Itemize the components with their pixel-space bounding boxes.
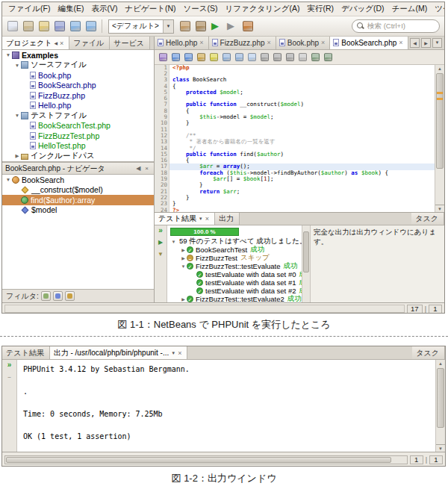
tab-test-results[interactable]: テスト結果 ▼ ×: [155, 213, 215, 225]
test-tree-item[interactable]: ✓testEvaluate with data set #2成功(0.0 秒): [169, 287, 302, 295]
show-fields-button[interactable]: [53, 291, 63, 301]
close-icon[interactable]: ×: [199, 39, 203, 46]
line-number[interactable]: 6: [155, 96, 169, 102]
scroll-down-icon[interactable]: ▼: [436, 444, 445, 452]
profile-project-button[interactable]: [240, 19, 255, 34]
menu-item[interactable]: 編集(E): [54, 3, 87, 15]
tab-output[interactable]: 出力: [215, 213, 240, 225]
line-number[interactable]: 7: [155, 102, 169, 108]
expand-icon[interactable]: ▶: [180, 255, 187, 261]
close-icon[interactable]: ×: [60, 40, 63, 47]
code-line[interactable]: 11: [155, 127, 435, 133]
scrollbar-thumb[interactable]: [436, 73, 444, 169]
menu-item[interactable]: ソース(S): [179, 3, 221, 15]
project-tree-item[interactable]: HelloTest.php: [2, 141, 154, 152]
rerun-failed-icon[interactable]: ▶: [158, 239, 163, 246]
scroll-down-icon[interactable]: ▼: [435, 205, 444, 212]
run-project-button[interactable]: ▶: [209, 19, 224, 34]
line-number[interactable]: 24: [155, 208, 169, 212]
expand-icon[interactable]: ▶: [180, 247, 187, 252]
test-tree-item[interactable]: ▼59 件のテストはすべて 成功しました。(0.029 秒): [169, 237, 302, 246]
navigator-item[interactable]: ▼BookSearch: [2, 175, 154, 185]
undo-button[interactable]: [68, 19, 83, 34]
test-tree-scrollbar[interactable]: [302, 225, 310, 302]
navigator-item[interactable]: $model: [2, 205, 154, 216]
menu-item[interactable]: リファクタリング(A): [221, 3, 303, 15]
close-icon[interactable]: ×: [399, 39, 402, 46]
scrollbar-thumb[interactable]: [6, 457, 391, 463]
clean-build-button[interactable]: [193, 19, 208, 34]
output-scrollbar[interactable]: ▲ ▼: [435, 360, 445, 452]
test-tree-item[interactable]: ▶✓BookSearchTest成功: [169, 246, 302, 254]
chevron-down-icon[interactable]: ▼: [171, 351, 175, 355]
rerun-icon[interactable]: »: [7, 361, 12, 369]
project-tree-item[interactable]: ▶インクルードパス: [2, 151, 154, 161]
scrollbar-thumb[interactable]: [437, 368, 444, 428]
close-icon[interactable]: ×: [143, 165, 151, 172]
line-number[interactable]: 2: [155, 71, 169, 77]
tab-explorer[interactable]: ファイル: [69, 37, 110, 49]
clear-output-icon[interactable]: –: [7, 373, 10, 381]
project-tree-item[interactable]: ▼ソースファイル: [2, 60, 154, 71]
code-line[interactable]: 15 public function find($author): [155, 152, 435, 158]
scroll-up-icon[interactable]: ▲: [436, 360, 445, 367]
open-project-button[interactable]: [37, 19, 52, 34]
build-project-button[interactable]: [178, 19, 193, 34]
tab-explorer[interactable]: サービス: [110, 37, 150, 49]
project-tree-item[interactable]: FizzBuzzTest.php: [2, 131, 154, 141]
collapse-icon[interactable]: ▼: [170, 240, 177, 244]
editor-tab[interactable]: Hello.php×: [155, 37, 209, 49]
uncomment-button[interactable]: [297, 52, 308, 63]
close-icon[interactable]: ×: [321, 39, 325, 46]
error-stripe-mark[interactable]: [437, 92, 443, 94]
code-line[interactable]: 13 * 著者名から書籍名の一覧を返す: [155, 139, 435, 145]
find-selection-button[interactable]: [196, 52, 207, 63]
test-tree-item[interactable]: ▶✓FizzBuzzTest::testEvaluate2成功: [169, 295, 302, 302]
quick-search-input[interactable]: 検索 (Ctrl+I): [352, 19, 440, 33]
previous-usage-button[interactable]: [259, 52, 270, 63]
collapse-icon[interactable]: ▼: [4, 177, 12, 182]
project-tree-item[interactable]: Hello.php: [2, 101, 154, 111]
redo-button[interactable]: [84, 19, 99, 34]
code-line[interactable]: 1<?php: [155, 65, 435, 71]
error-stripe-mark[interactable]: [437, 98, 443, 100]
code-line[interactable]: 24?>: [155, 208, 435, 212]
back-button[interactable]: [170, 52, 181, 63]
project-tree-item[interactable]: ▼テストファイル: [2, 110, 154, 121]
project-tree-item[interactable]: Book.php: [2, 70, 154, 81]
show-inherited-button[interactable]: [41, 291, 51, 301]
test-tree-item[interactable]: ✓testEvaluate with data set #0成功(0.0 秒): [169, 270, 302, 278]
next-usage-button[interactable]: [272, 52, 283, 63]
menu-item[interactable]: 表示(V): [87, 3, 121, 15]
code-line[interactable]: 7 public function __construct($model): [155, 102, 435, 108]
tab-tasks[interactable]: タスク: [411, 213, 444, 225]
test-tree-item[interactable]: ✓testEvaluate with data set #1成功(0.0 秒): [169, 278, 302, 287]
line-number[interactable]: 1: [155, 65, 169, 71]
highlight-occurrences-button[interactable]: [208, 52, 220, 63]
last-edit-button[interactable]: [158, 52, 169, 63]
project-tree-item[interactable]: BookSearchTest.php: [2, 121, 154, 131]
scrollbar-thumb[interactable]: [303, 231, 309, 272]
expand-icon[interactable]: ▶: [180, 296, 187, 302]
toggle-bookmark-button[interactable]: [246, 52, 258, 63]
config-combo[interactable]: <デフォルト> ▼: [108, 19, 174, 34]
collapse-icon[interactable]: ▼: [180, 264, 187, 269]
close-icon[interactable]: ×: [205, 215, 209, 222]
close-icon[interactable]: ×: [178, 349, 181, 357]
tab-output[interactable]: 出力 - /usr/local/php/bin/phpunit -... ▼ ×: [50, 346, 188, 359]
code-editor[interactable]: 1<?php23class BookSearch4{5 protected $m…: [155, 65, 444, 212]
debug-project-button[interactable]: ▶: [225, 19, 240, 34]
navigator-item[interactable]: find($author):array: [2, 195, 154, 205]
scroll-tabs-right-icon[interactable]: ▶: [421, 38, 431, 48]
project-tree-item[interactable]: BookSearch.php: [2, 81, 154, 91]
previous-bookmark-button[interactable]: [221, 52, 232, 63]
collapse-icon[interactable]: ▼: [4, 52, 12, 57]
menu-item[interactable]: ナビゲート(N): [121, 3, 179, 15]
comment-button[interactable]: [284, 52, 296, 63]
new-project-button[interactable]: [21, 19, 36, 34]
menu-item[interactable]: ファイル(F): [4, 3, 54, 15]
shift-left-button[interactable]: [310, 52, 321, 63]
code-line[interactable]: 5 protected $model;: [155, 90, 435, 96]
line-number[interactable]: 4: [155, 84, 169, 90]
collapse-icon[interactable]: ▼: [13, 63, 21, 68]
